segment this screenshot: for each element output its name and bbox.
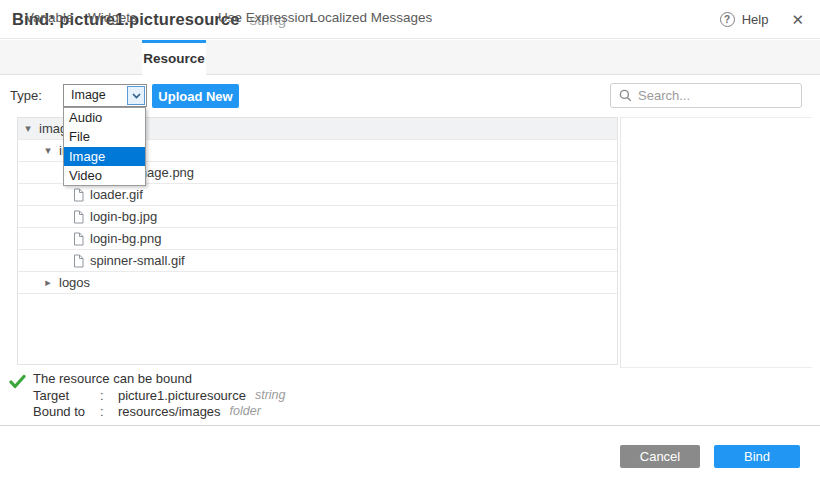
file-icon <box>73 232 84 246</box>
help-icon[interactable]: ? <box>720 12 735 27</box>
footer-divider <box>0 425 820 426</box>
file-icon <box>73 254 84 268</box>
status-target-label: Target <box>33 388 100 403</box>
chevron-down-icon[interactable] <box>127 86 145 105</box>
tree-item-loader-gif[interactable]: loader.gif <box>18 184 617 206</box>
caret-down-icon[interactable]: ▾ <box>22 122 34 135</box>
tree-item-spinner-small-gif[interactable]: spinner-small.gif <box>18 250 617 272</box>
status-target-row: Target : picture1.picturesource string <box>33 388 285 403</box>
tab-variable[interactable]: Variable <box>25 0 74 35</box>
tab-widgets[interactable]: Widgets <box>88 0 137 35</box>
resource-preview-panel <box>620 117 812 368</box>
type-select-value: Image <box>71 85 106 106</box>
dropdown-option-video[interactable]: Video <box>64 166 145 185</box>
type-label: Type: <box>10 84 42 107</box>
search-input[interactable]: Search... <box>610 83 802 108</box>
status-boundto-type: folder <box>230 404 261 419</box>
tree-item-label: login-bg.png <box>90 231 162 246</box>
dropdown-option-audio[interactable]: Audio <box>64 108 145 127</box>
tree-item-login-bg-png[interactable]: login-bg.png <box>18 228 617 250</box>
help-button[interactable]: Help <box>742 12 769 27</box>
status-boundto-label: Bound to <box>33 404 100 419</box>
tree-item-logos[interactable]: ▸ logos <box>18 272 617 294</box>
cancel-button[interactable]: Cancel <box>620 445 700 468</box>
status-message: The resource can be bound <box>33 371 192 386</box>
bind-button[interactable]: Bind <box>714 445 800 468</box>
file-icon <box>73 188 84 202</box>
status-boundto-row: Bound to : resources/images folder <box>33 404 261 419</box>
dropdown-option-image[interactable]: Image <box>64 147 145 166</box>
type-select[interactable]: Image <box>63 84 147 107</box>
tab-bar <box>0 40 820 75</box>
tree-item-label: loader.gif <box>90 187 143 202</box>
caret-down-icon[interactable]: ▾ <box>42 144 54 157</box>
tab-use-expression[interactable]: Use Expression <box>218 0 313 35</box>
caret-right-icon[interactable]: ▸ <box>42 276 54 289</box>
tree-item-label: logos <box>59 275 90 290</box>
status-target-value: picture1.picturesource <box>118 388 246 403</box>
search-placeholder: Search... <box>638 88 690 103</box>
type-dropdown-list: Audio File Image Video <box>63 107 146 186</box>
status-target-type: string <box>255 388 286 403</box>
search-icon <box>619 89 632 102</box>
tree-item-label: spinner-small.gif <box>90 253 185 268</box>
green-check-icon <box>9 374 26 389</box>
file-icon <box>73 210 84 224</box>
tab-localized-messages[interactable]: Localized Messages <box>310 0 432 35</box>
close-icon[interactable]: ✕ <box>791 12 804 27</box>
upload-new-button[interactable]: Upload New <box>152 84 239 108</box>
status-boundto-value: resources/images <box>118 404 221 419</box>
tree-item-login-bg-jpg[interactable]: login-bg.jpg <box>18 206 617 228</box>
status-colon: : <box>100 404 118 419</box>
tree-item-label: login-bg.jpg <box>90 209 157 224</box>
dropdown-option-file[interactable]: File <box>64 127 145 146</box>
tab-resource[interactable]: Resource <box>142 40 206 77</box>
status-colon: : <box>100 388 118 403</box>
